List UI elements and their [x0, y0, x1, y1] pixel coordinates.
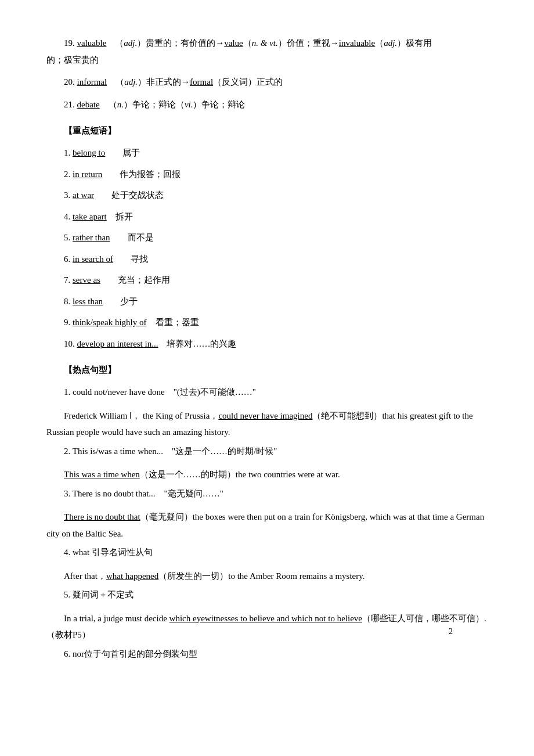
- pattern-item-2: 2. This is/was a time when... "这是一个……的时期…: [46, 443, 488, 460]
- phrase-item-6: 6. in search of 寻找: [46, 251, 488, 268]
- phrase-item-9: 9. think/speak highly of 看重；器重: [46, 314, 488, 331]
- pattern-4-example: After that，what happened（所发生的一切）to the A…: [46, 568, 488, 585]
- pattern-3-example: There is no doubt that（毫无疑问）the boxes we…: [46, 509, 488, 542]
- page-number: 2: [449, 624, 453, 639]
- underline-could-never: could never have imagined: [218, 411, 312, 420]
- vocab-word-value: value: [224, 38, 243, 48]
- phrase-serve-as: serve as: [73, 275, 100, 285]
- phrase-at-war: at war: [73, 190, 94, 200]
- pattern-item-3: 3. There is no doubt that... "毫无疑问……": [46, 485, 488, 502]
- phrase-in-return: in return: [73, 170, 102, 179]
- phrase-rather-than: rather than: [73, 233, 110, 242]
- phrase-item-7: 7. serve as 充当；起作用: [46, 272, 488, 289]
- pattern-item-6: 6. nor位于句首引起的部分倒装句型: [46, 646, 488, 663]
- sentence-patterns-header: 【热点句型】: [64, 362, 488, 378]
- vocab-word-informal: informal: [77, 77, 107, 87]
- underline-which-eyewitnesses: which eyewitnesses to believe and which …: [169, 614, 362, 623]
- phrase-think-speak-highly-of: think/speak highly of: [73, 318, 147, 327]
- phrase-item-10: 10. develop an interest in... 培养对……的兴趣: [46, 336, 488, 352]
- vocab-word-valuable: valuable: [77, 38, 107, 48]
- phrase-item-8: 8. less than 少于: [46, 293, 488, 310]
- vocab-item-19: 19. valuable （adj.）贵重的；有价值的→value（n. & v…: [46, 35, 488, 68]
- pattern-item-4: 4. what 引导名词性从句: [46, 544, 488, 561]
- pattern-item-1: 1. could not/never have done "(过去)不可能做………: [46, 384, 488, 401]
- phrase-develop-interest: develop an interest in...: [77, 339, 158, 348]
- pattern-1-example: Frederick William Ⅰ， the King of Prussia…: [46, 408, 488, 441]
- vocab-item-21: 21. debate （n.）争论；辩论（vi.）争论；辩论: [46, 96, 488, 113]
- phrase-item-2: 2. in return 作为报答；回报: [46, 166, 488, 183]
- phrases-header: 【重点短语】: [64, 123, 488, 139]
- vocab-word-debate: debate: [77, 100, 100, 109]
- pattern-5-example: In a trial, a judge must decide which ey…: [46, 610, 488, 643]
- phrase-less-than: less than: [73, 297, 103, 306]
- phrase-item-3: 3. at war 处于交战状态: [46, 187, 488, 204]
- phrase-belong-to: belong to: [73, 148, 105, 157]
- vocab-item-20: 20. informal （adj.）非正式的→formal（反义词）正式的: [46, 74, 488, 91]
- phrase-item-4: 4. take apart 拆开: [46, 208, 488, 225]
- phrase-in-search-of: in search of: [73, 254, 113, 264]
- phrase-item-1: 1. belong to 属于: [46, 145, 488, 161]
- underline-there-is-no-doubt: There is no doubt that: [64, 512, 140, 521]
- vocab-word-invaluable: invaluable: [339, 38, 375, 48]
- pattern-2-example: This was a time when（这是一个……的时期）the two c…: [46, 466, 488, 483]
- underline-what-happened: what happened: [106, 571, 158, 581]
- phrase-take-apart: take apart: [73, 212, 107, 221]
- phrase-item-5: 5. rather than 而不是: [46, 229, 488, 246]
- underline-this-was-a-time: This was a time when: [64, 470, 140, 479]
- pattern-item-5: 5. 疑问词＋不定式: [46, 586, 488, 603]
- vocab-word-formal: formal: [190, 77, 213, 87]
